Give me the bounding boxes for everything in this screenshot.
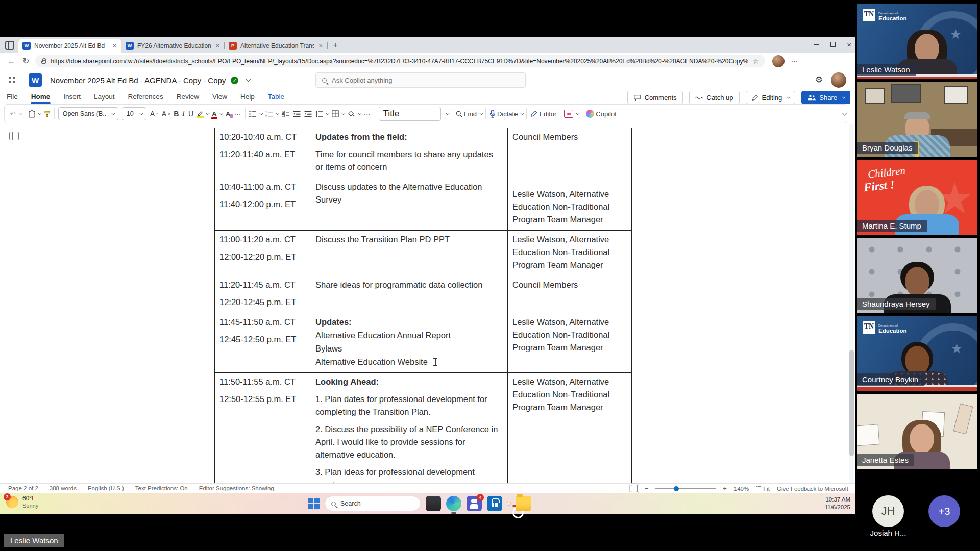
- italic-button[interactable]: I: [182, 110, 185, 118]
- close-tab-icon[interactable]: ×: [317, 42, 324, 49]
- proofing-tools-button[interactable]: 88: [564, 110, 578, 118]
- microsoft-store-icon[interactable]: [487, 496, 502, 511]
- settings-gear-icon[interactable]: ⚙: [815, 74, 823, 85]
- checklist-button[interactable]: [282, 111, 289, 117]
- browser-tab[interactable]: P Alternative Education Transition ×: [225, 39, 328, 53]
- menu-help[interactable]: Help: [234, 91, 261, 104]
- video-tile-martina-stump[interactable]: ★ Children First ! Martina E. Stump: [857, 160, 977, 235]
- language-status[interactable]: English (U.S.): [88, 485, 124, 491]
- browser-tab[interactable]: W FY26 Alternative Education Surve ×: [121, 39, 225, 53]
- presenter-cell[interactable]: Council Members: [508, 276, 631, 313]
- style-select[interactable]: Title: [379, 107, 441, 121]
- feedback-link[interactable]: Give Feedback to Microsoft: [777, 486, 848, 492]
- browser-scrollbar[interactable]: [849, 124, 854, 483]
- clear-formatting-button[interactable]: A: [226, 110, 231, 118]
- navigation-pane-icon[interactable]: [9, 132, 19, 140]
- zoom-in-button[interactable]: +: [723, 485, 727, 492]
- account-avatar[interactable]: [831, 72, 846, 88]
- new-tab-button[interactable]: +: [328, 40, 343, 53]
- menu-home[interactable]: Home: [24, 91, 57, 104]
- time-cell[interactable]: 11:00-11:20 a.m. CT12:00-12:20 p.m. ET: [215, 231, 308, 276]
- url-field[interactable]: https://tdoe.sharepoint.com/:w:/r/sites/…: [35, 55, 765, 67]
- tab-actions-icon[interactable]: [5, 41, 14, 50]
- shrink-font-button[interactable]: Av: [162, 110, 170, 118]
- document-canvas[interactable]: 10:20-10:40 a.m. CT11:20-11:40 a.m. ET U…: [0, 124, 855, 483]
- participant-avatar-initials[interactable]: JH: [872, 495, 904, 527]
- browser-profile-avatar[interactable]: [772, 55, 785, 67]
- topic-cell[interactable]: Discuss the Transition Plan PD PPT: [308, 231, 508, 276]
- menu-references[interactable]: References: [121, 91, 170, 104]
- video-tile-bryan-douglas[interactable]: Bryan Douglas: [857, 82, 977, 157]
- presenter-cell[interactable]: Council Members: [508, 128, 631, 178]
- app-launcher-icon[interactable]: [7, 75, 17, 85]
- maximize-window-icon[interactable]: [830, 42, 836, 47]
- video-tile-shaundraya-hersey[interactable]: Shaundraya Hersey: [857, 238, 977, 313]
- copilot-search-box[interactable]: Ask Copilot anything: [315, 72, 526, 88]
- browser-tab-active[interactable]: W November 2025 Alt Ed Bd - AGEN ×: [18, 39, 121, 53]
- bullet-list-button[interactable]: [249, 111, 262, 117]
- page-view-icon[interactable]: [631, 485, 638, 492]
- word-logo-icon[interactable]: W: [29, 73, 42, 87]
- teams-icon[interactable]: 4: [467, 496, 482, 511]
- refresh-icon[interactable]: ↻: [22, 56, 29, 66]
- undo-button[interactable]: ↶: [10, 110, 21, 118]
- dictate-button[interactable]: Dictate: [489, 110, 523, 118]
- font-color-button[interactable]: A: [212, 110, 222, 118]
- topic-cell[interactable]: Looking Ahead: 1. Plan dates for profess…: [308, 373, 508, 483]
- file-explorer-icon[interactable]: [426, 496, 441, 511]
- topic-cell[interactable]: Updates from the field:Time for council …: [308, 128, 508, 178]
- video-tile-courtney-boykin[interactable]: ★ TN Department ofEducation Courtney Boy…: [857, 316, 977, 391]
- zoom-slider[interactable]: [655, 488, 716, 489]
- copilot-button[interactable]: Copilot: [586, 110, 616, 118]
- word-count[interactable]: 388 words: [50, 485, 77, 491]
- time-cell[interactable]: 11:20-11:45 a.m. CT12:20-12:45 p.m. ET: [215, 276, 308, 313]
- scrollbar-thumb[interactable]: [849, 350, 854, 456]
- topic-cell[interactable]: Share ideas for programmatic data collec…: [308, 276, 508, 313]
- fit-button[interactable]: Fit: [756, 486, 770, 492]
- shading-button[interactable]: [348, 110, 360, 117]
- comments-button[interactable]: Comments: [627, 91, 683, 104]
- menu-layout[interactable]: Layout: [87, 91, 121, 104]
- presenter-cell[interactable]: Leslie Watson, Alternative Education Non…: [508, 313, 631, 372]
- share-button[interactable]: Share: [801, 91, 850, 104]
- video-tile-leslie-watson[interactable]: ★ TN Department ofEducation Leslie Watso…: [857, 4, 977, 79]
- weather-widget[interactable]: 3 60°FSunny: [6, 495, 38, 509]
- highlight-button[interactable]: [197, 111, 208, 117]
- video-tile-janetta-estes[interactable]: Janetta Estes: [857, 394, 977, 469]
- presenter-cell[interactable]: Leslie Watson, Alternative Education Non…: [508, 373, 631, 483]
- edge-browser-icon[interactable]: [446, 496, 461, 511]
- font-size-select[interactable]: 10: [122, 107, 146, 120]
- editor-button[interactable]: Editor: [530, 110, 556, 118]
- more-participants-badge[interactable]: +3: [928, 495, 960, 527]
- more-font-options-icon[interactable]: ⋯: [234, 110, 241, 118]
- editor-suggestions-status[interactable]: Editor Suggestions: Showing: [199, 485, 274, 491]
- start-button-icon[interactable]: [308, 498, 320, 509]
- zoom-out-button[interactable]: −: [645, 485, 649, 492]
- browser-menu-icon[interactable]: ⋯: [791, 57, 798, 65]
- underline-button[interactable]: U: [188, 110, 193, 118]
- bold-button[interactable]: B: [174, 110, 179, 118]
- format-painter-button[interactable]: [44, 111, 51, 117]
- find-button[interactable]: Find: [456, 110, 482, 118]
- menu-table[interactable]: Table: [261, 91, 291, 104]
- zoom-percent[interactable]: 140%: [734, 486, 749, 492]
- outlook-active-highlight[interactable]: [507, 502, 510, 505]
- favorites-star-icon[interactable]: ☆: [753, 57, 760, 65]
- time-cell[interactable]: 11:50-11:55 a.m. CT12:50-12:55 p.m. ET: [215, 373, 308, 483]
- time-cell[interactable]: 10:20-10:40 a.m. CT11:20-11:40 a.m. ET: [215, 128, 308, 178]
- time-cell[interactable]: 10:40-11:00 a.m. CT11:40-12:00 p.m. ET: [215, 178, 308, 230]
- menu-review[interactable]: Review: [170, 91, 206, 104]
- font-name-select[interactable]: Open Sans (B...: [58, 107, 118, 120]
- close-window-icon[interactable]: ×: [847, 40, 851, 49]
- menu-view[interactable]: View: [206, 91, 234, 104]
- title-chevron-icon[interactable]: [246, 77, 251, 82]
- borders-button[interactable]: [332, 110, 344, 117]
- taskbar-search-box[interactable]: Search: [325, 496, 421, 511]
- topic-cell[interactable]: Updates: Alternative Education Annual Re…: [308, 313, 508, 372]
- back-icon[interactable]: ←: [7, 57, 15, 66]
- document-title[interactable]: November 2025 Alt Ed Bd - AGENDA - Copy …: [50, 76, 226, 85]
- menu-file[interactable]: File: [0, 91, 24, 104]
- paste-button[interactable]: [29, 110, 40, 118]
- editing-mode-button[interactable]: Editing: [746, 91, 796, 104]
- outdent-button[interactable]: [293, 111, 301, 117]
